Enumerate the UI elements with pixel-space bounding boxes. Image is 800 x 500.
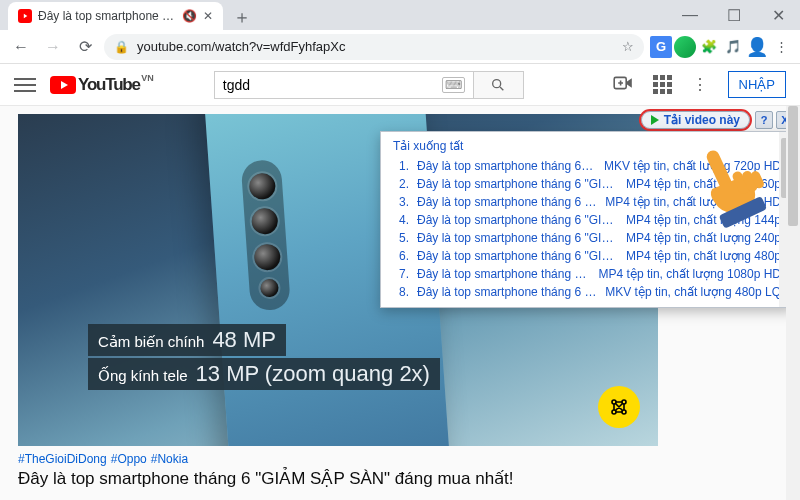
idm-download-strip: Tải video này ? X	[639, 109, 794, 131]
hamburger-menu-icon[interactable]	[14, 74, 36, 96]
create-video-icon[interactable]	[613, 75, 633, 95]
option-index: 5.	[399, 231, 409, 245]
download-option[interactable]: 7.Đây là top smartphone tháng 6 "GIẢM SẬ…	[381, 265, 793, 283]
option-index: 1.	[399, 159, 409, 173]
browser-tab[interactable]: Đây là top smartphone tháng 🔇 ✕	[8, 2, 223, 30]
option-name: Đây là top smartphone tháng 6 "GIẢM SẬP …	[417, 213, 618, 227]
option-name: Đây là top smartphone tháng 6 "GIẢM SẬP …	[417, 249, 618, 263]
search-input[interactable]: tgdd ⌨	[214, 71, 474, 99]
youtube-region: VN	[141, 73, 154, 83]
option-index: 3.	[399, 195, 409, 209]
search-icon	[490, 77, 506, 93]
tab-mute-icon[interactable]: 🔇	[182, 9, 197, 23]
option-name: Đây là top smartphone tháng 6 "GIẢM SẬP …	[417, 285, 597, 299]
extension-media-icon[interactable]: 🎵	[722, 36, 744, 58]
browser-menu-icon[interactable]: ⋮	[770, 36, 792, 58]
tab-favicon-youtube	[18, 9, 32, 23]
youtube-logo[interactable]: YouTube VN	[50, 75, 140, 95]
download-option[interactable]: 6.Đây là top smartphone tháng 6 "GIẢM SẬ…	[381, 247, 793, 265]
svg-point-1	[493, 79, 501, 87]
option-index: 8.	[399, 285, 409, 299]
video-caption-overlay: Cảm biến chính 48 MP Ống kính tele 13 MP…	[88, 322, 440, 390]
option-index: 2.	[399, 177, 409, 191]
option-index: 6.	[399, 249, 409, 263]
hashtag-link[interactable]: #TheGioiDiDong	[18, 452, 107, 466]
apps-grid-icon[interactable]	[653, 75, 672, 94]
camera-module	[241, 159, 291, 311]
download-help-button[interactable]: ?	[755, 111, 773, 129]
video-hashtags: #TheGioiDiDong #Oppo #Nokia	[18, 452, 188, 466]
option-format: MP4 tệp tin, chất lượng 1080p HD	[599, 267, 781, 281]
nav-reload-button[interactable]: ⟳	[72, 34, 98, 60]
sign-in-label: NHẬP	[739, 77, 775, 92]
caption-label: Ống kính tele	[98, 367, 188, 385]
search-button[interactable]	[474, 71, 524, 99]
tab-title: Đây là top smartphone tháng	[38, 9, 176, 23]
caption-label: Cảm biến chính	[98, 333, 204, 351]
caption-value: 48 MP	[212, 327, 276, 353]
play-icon	[651, 115, 659, 125]
address-bar: ← → ⟳ 🔒 youtube.com/watch?v=wfdFyhfapXc …	[0, 30, 800, 64]
svg-line-2	[500, 87, 503, 90]
download-video-button[interactable]: Tải video này	[639, 109, 752, 131]
option-name: Đây là top smartphone tháng 6 "GIẢM SẬP …	[417, 231, 618, 245]
option-index: 7.	[399, 267, 409, 281]
new-tab-button[interactable]: ＋	[229, 4, 255, 30]
extension-google-translate-icon[interactable]: G	[650, 36, 672, 58]
youtube-logo-text: YouTube	[78, 75, 140, 95]
youtube-masthead: YouTube VN tgdd ⌨ ⋮ NHẬP	[0, 64, 800, 106]
omnibox[interactable]: 🔒 youtube.com/watch?v=wfdFyhfapXc ☆	[104, 34, 644, 60]
option-format: MKV tệp tin, chất lượng 480p LQ	[605, 285, 781, 299]
option-name: Đây là top smartphone tháng 6 "GIẢM SẬP …	[417, 267, 591, 281]
pointer-hand-icon	[684, 146, 774, 236]
lock-icon: 🔒	[114, 40, 129, 54]
option-index: 4.	[399, 213, 409, 227]
page-content: Cảm biến chính 48 MP Ống kính tele 13 MP…	[0, 106, 800, 500]
hashtag-link[interactable]: #Oppo	[111, 452, 147, 466]
option-name: Đây là top smartphone tháng 6 "GIẢM SẬP …	[417, 177, 618, 191]
window-maximize[interactable]: ☐	[712, 0, 756, 30]
nav-forward-button: →	[40, 34, 66, 60]
hashtag-link[interactable]: #Nokia	[151, 452, 188, 466]
video-title: Đây là top smartphone tháng 6 "GIẢM SẬP …	[18, 468, 514, 489]
extension-puzzle-icon[interactable]: 🧩	[698, 36, 720, 58]
page-scrollbar[interactable]	[786, 106, 800, 500]
sign-in-button[interactable]: NHẬP	[728, 71, 786, 98]
search-input-value: tgdd	[223, 77, 250, 93]
keyboard-icon[interactable]: ⌨	[442, 77, 465, 93]
nav-back-button[interactable]: ←	[8, 34, 34, 60]
bookmark-star-icon[interactable]: ☆	[622, 39, 634, 54]
window-minimize[interactable]: —	[668, 0, 712, 30]
channel-badge-icon	[598, 386, 640, 428]
browser-titlebar: Đây là top smartphone tháng 🔇 ✕ ＋ — ☐ ✕	[0, 0, 800, 30]
profile-avatar-icon[interactable]: 👤	[746, 36, 768, 58]
tab-close-icon[interactable]: ✕	[203, 9, 213, 23]
option-name: Đây là top smartphone tháng 6 "GIẢM SẬP …	[417, 195, 597, 209]
youtube-play-icon	[50, 76, 76, 94]
option-name: Đây là top smartphone tháng 6 "GIẢM SẬP …	[417, 159, 596, 173]
window-close[interactable]: ✕	[756, 0, 800, 30]
option-format: MP4 tệp tin, chất lượng 480p	[626, 249, 781, 263]
download-button-label: Tải video này	[664, 113, 740, 127]
caption-value: 13 MP (zoom quang 2x)	[196, 361, 430, 387]
download-option[interactable]: 8.Đây là top smartphone tháng 6 "GIẢM SẬ…	[381, 283, 793, 301]
settings-menu-icon[interactable]: ⋮	[692, 75, 708, 94]
extension-idm-icon[interactable]	[674, 36, 696, 58]
url-text: youtube.com/watch?v=wfdFyhfapXc	[137, 39, 345, 54]
